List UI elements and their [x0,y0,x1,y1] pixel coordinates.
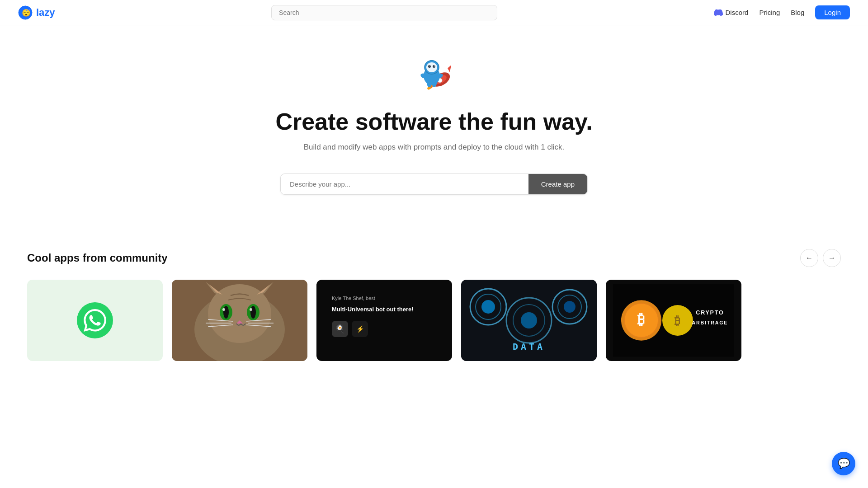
community-card-5[interactable]: ₿ ₿ CRYPTO ARBITRAGE [606,280,741,361]
pricing-label: Pricing [759,9,780,16]
community-cards-container: Kyle The Shef, best Multi-Universal bot … [27,280,841,361]
svg-point-13 [433,65,435,68]
community-section: Cool apps from community ← → [0,231,868,388]
hero-subtitle: Build and modify web apps with prompts a… [304,143,564,152]
carousel-nav: ← → [800,249,841,267]
community-card-4[interactable]: DATA [461,280,597,361]
svg-text:😴: 😴 [22,9,31,17]
pricing-link[interactable]: Pricing [759,9,780,16]
svg-point-14 [429,66,430,66]
search-input[interactable] [271,5,497,20]
nav-links: Discord Pricing Blog Login [714,5,850,19]
navbar: 😴 lazy Discord Pricing Blog Login [0,0,868,25]
describe-app-input[interactable] [281,174,528,194]
svg-point-50 [564,301,576,313]
svg-point-31 [250,306,256,319]
lazy-logo-icon: 😴 [18,5,33,20]
svg-point-32 [222,308,225,311]
chat-support-button[interactable]: 💬 [832,452,855,475]
card-3-subtext: Multi-Universal bot out there! [332,305,414,314]
next-button[interactable]: → [823,249,841,267]
login-button[interactable]: Login [815,5,850,19]
blog-link[interactable]: Blog [791,9,804,16]
svg-point-30 [223,306,229,319]
svg-text:₿: ₿ [675,315,681,327]
blog-label: Blog [791,9,804,16]
community-card-2[interactable] [172,280,307,361]
logo-text: lazy [36,7,55,19]
card-3-icons: 🍳 ⚡ [332,321,414,337]
discord-label: Discord [726,9,749,16]
community-title: Cool apps from community [27,252,168,264]
create-app-form: Create app [280,174,588,195]
search-container [271,5,497,20]
svg-point-12 [428,65,431,68]
svg-text:ARBITRAGE: ARBITRAGE [692,320,728,325]
svg-point-11 [426,62,437,72]
svg-point-47 [521,312,537,328]
community-card-1[interactable] [27,280,163,361]
whatsapp-icon [77,302,113,338]
discord-icon [714,8,723,17]
svg-text:₿: ₿ [637,311,646,328]
community-card-3[interactable]: Kyle The Shef, best Multi-Universal bot … [316,280,452,361]
discord-link[interactable]: Discord [714,8,749,17]
logo[interactable]: 😴 lazy [18,5,55,20]
card-3-icon-1: 🍳 [332,321,348,337]
svg-point-15 [434,66,435,66]
community-header: Cool apps from community ← → [27,249,841,267]
chat-icon: 💬 [838,458,850,469]
prev-button[interactable]: ← [800,249,818,267]
hero-mascot [407,52,461,98]
card-3-content: Kyle The Shef, best Multi-Universal bot … [325,288,421,345]
card-3-icon-2: ⚡ [352,321,368,337]
svg-text:CRYPTO: CRYPTO [696,309,724,315]
hero-section: Create software the fun way. Build and m… [0,25,868,231]
svg-marker-4 [448,65,451,72]
svg-text:DATA: DATA [513,341,545,352]
svg-point-44 [481,300,495,314]
svg-point-33 [250,308,252,311]
card-3-text: Kyle The Shef, best [332,295,414,302]
create-app-button[interactable]: Create app [528,174,587,194]
hero-title: Create software the fun way. [275,108,592,136]
